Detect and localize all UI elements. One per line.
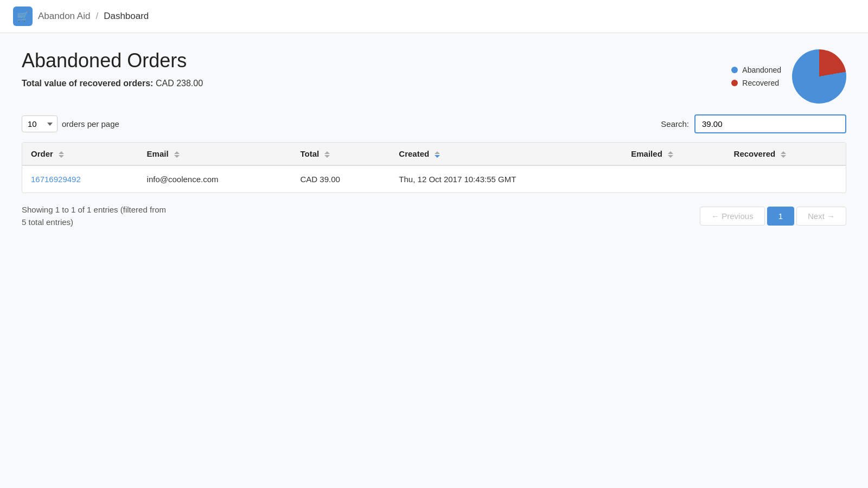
abandoned-label: Abandoned [742, 66, 781, 74]
app-logo: 🛒 [13, 7, 33, 26]
cell-total: CAD 39.00 [292, 165, 391, 192]
table-header-row: Order Email Total [22, 143, 846, 165]
sort-down-recovered [781, 155, 786, 158]
controls-row: 10 25 50 100 orders per page Search: [22, 114, 846, 133]
cell-order: 16716929492 [22, 165, 138, 192]
sort-up-created [435, 151, 440, 154]
sort-down-total [324, 155, 330, 158]
main-content: Abandoned Orders Total value of recovere… [0, 33, 868, 245]
sort-icon-emailed [668, 151, 673, 158]
cell-recovered [725, 165, 846, 192]
cell-emailed [622, 165, 725, 192]
header: 🛒 Abandon Aid / Dashboard [0, 0, 868, 33]
brand-name: Abandon Aid [38, 11, 90, 22]
sort-up-recovered [781, 151, 786, 154]
next-button[interactable]: Next → [796, 207, 846, 226]
recovered-label: Recovered [742, 79, 779, 87]
breadcrumb-page: Dashboard [104, 11, 149, 22]
table-row: 16716929492 info@coolence.com CAD 39.00 … [22, 165, 846, 192]
sort-down-order [59, 155, 64, 158]
chart-section: Abandoned Recovered [731, 49, 846, 104]
col-emailed[interactable]: Emailed [622, 143, 725, 165]
recovered-value-label: Total value of recovered orders: [22, 79, 153, 88]
breadcrumb-separator: / [95, 11, 98, 22]
top-section: Abandoned Orders Total value of recovere… [22, 49, 846, 104]
per-page-select[interactable]: 10 25 50 100 [22, 115, 58, 132]
orders-table-wrapper: Order Email Total [22, 142, 846, 193]
abandoned-dot [731, 67, 738, 73]
table-body: 16716929492 info@coolence.com CAD 39.00 … [22, 165, 846, 192]
recovered-dot [731, 80, 738, 86]
cell-email: info@coolence.com [138, 165, 292, 192]
col-recovered[interactable]: Recovered [725, 143, 846, 165]
col-created[interactable]: Created [390, 143, 622, 165]
page-title: Abandoned Orders [22, 49, 731, 72]
sort-icon-email [174, 151, 180, 158]
sort-up-order [59, 151, 64, 154]
sort-down-email [174, 155, 180, 158]
search-row: Search: [661, 114, 846, 133]
orders-table: Order Email Total [22, 143, 846, 192]
recovered-value-text: Total value of recovered orders: CAD 238… [22, 79, 731, 88]
sort-down-created [435, 155, 440, 158]
recovered-amount: CAD 238.00 [156, 79, 203, 88]
order-link[interactable]: 16716929492 [31, 175, 81, 184]
sort-up-total [324, 151, 330, 154]
showing-text: Showing 1 to 1 of 1 entries (filtered fr… [22, 204, 166, 228]
left-controls: 10 25 50 100 orders per page [22, 115, 119, 132]
page-1-button[interactable]: 1 [767, 207, 794, 226]
col-order[interactable]: Order [22, 143, 138, 165]
per-page-label: orders per page [62, 119, 119, 129]
pagination-controls: ← Previous 1 Next → [700, 207, 846, 226]
sort-icon-recovered [781, 151, 786, 158]
previous-button[interactable]: ← Previous [700, 207, 765, 226]
col-total[interactable]: Total [292, 143, 391, 165]
legend-abandoned: Abandoned [731, 66, 781, 74]
left-section: Abandoned Orders Total value of recovere… [22, 49, 731, 88]
pie-chart [792, 49, 846, 104]
pagination-row: Showing 1 to 1 of 1 entries (filtered fr… [22, 204, 846, 228]
legend-recovered: Recovered [731, 79, 781, 87]
sort-icon-created [435, 151, 440, 158]
sort-down-emailed [668, 155, 673, 158]
col-email[interactable]: Email [138, 143, 292, 165]
sort-up-emailed [668, 151, 673, 154]
cell-created: Thu, 12 Oct 2017 10:43:55 GMT [390, 165, 622, 192]
sort-icon-total [324, 151, 330, 158]
sort-up-email [174, 151, 180, 154]
chart-legend: Abandoned Recovered [731, 66, 781, 87]
sort-icon-order [59, 151, 64, 158]
search-label: Search: [661, 119, 689, 129]
search-input[interactable] [694, 114, 846, 133]
